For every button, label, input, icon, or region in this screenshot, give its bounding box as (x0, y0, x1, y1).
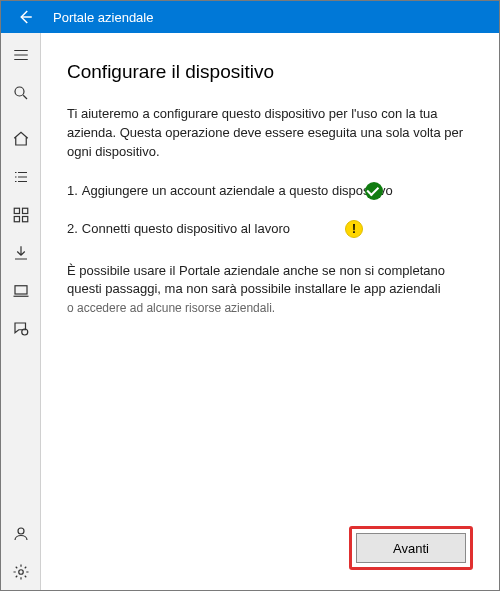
download-icon (12, 244, 30, 262)
highlight-frame: Avanti (349, 526, 473, 570)
back-button[interactable] (1, 1, 49, 33)
apps-grid-icon (12, 206, 30, 224)
step-text: Aggiungere un account aziendale a questo… (82, 183, 393, 198)
svg-rect-2 (22, 208, 27, 213)
body: Configurare il dispositivo Ti aiuteremo … (1, 33, 499, 590)
app-title: Portale aziendale (49, 10, 499, 25)
sidebar-downloads-button[interactable] (1, 235, 41, 271)
next-button[interactable]: Avanti (356, 533, 466, 563)
setup-step-2: 2. Connetti questo dispositivo al lavoro… (67, 220, 473, 238)
gear-icon (12, 563, 30, 581)
app-window: Portale aziendale (0, 0, 500, 591)
person-icon (12, 525, 30, 543)
sidebar-list-button[interactable] (1, 159, 41, 195)
sidebar-apps-button[interactable] (1, 197, 41, 233)
sidebar-devices-button[interactable] (1, 273, 41, 309)
step-number: 1. (67, 183, 78, 198)
warning-icon: ! (345, 220, 363, 238)
svg-rect-5 (15, 286, 27, 294)
sidebar-settings-button[interactable] (1, 554, 41, 590)
note-text: È possibile usare il Portale aziendale a… (67, 262, 473, 318)
sidebar-menu-button[interactable] (1, 37, 41, 73)
footer: Avanti (67, 526, 473, 570)
setup-step-1: 1. Aggiungere un account aziendale a que… (67, 182, 473, 200)
sidebar-search-button[interactable] (1, 75, 41, 111)
sidebar-support-button[interactable] (1, 311, 41, 347)
main-content: Configurare il dispositivo Ti aiuteremo … (41, 33, 499, 590)
step-text: Connetti questo dispositivo al lavoro (82, 221, 290, 236)
check-icon (365, 182, 383, 200)
svg-point-0 (15, 87, 24, 96)
svg-rect-3 (14, 217, 19, 222)
sidebar (1, 33, 41, 590)
back-arrow-icon (16, 8, 34, 26)
note-sub-text: o accedere ad alcune risorse aziendali. (67, 300, 473, 317)
hamburger-icon (12, 46, 30, 64)
svg-rect-1 (14, 208, 19, 213)
titlebar: Portale aziendale (1, 1, 499, 33)
list-icon (12, 168, 30, 186)
chat-support-icon (12, 320, 30, 338)
page-description: Ti aiuteremo a configurare questo dispos… (67, 105, 473, 162)
svg-point-8 (18, 570, 23, 575)
laptop-icon (12, 282, 30, 300)
sidebar-account-button[interactable] (1, 516, 41, 552)
sidebar-home-button[interactable] (1, 121, 41, 157)
svg-rect-4 (22, 217, 27, 222)
svg-point-7 (18, 528, 24, 534)
home-icon (12, 130, 30, 148)
page-heading: Configurare il dispositivo (67, 61, 473, 83)
search-icon (12, 84, 30, 102)
step-number: 2. (67, 221, 78, 236)
note-main-text: È possibile usare il Portale aziendale a… (67, 263, 445, 297)
